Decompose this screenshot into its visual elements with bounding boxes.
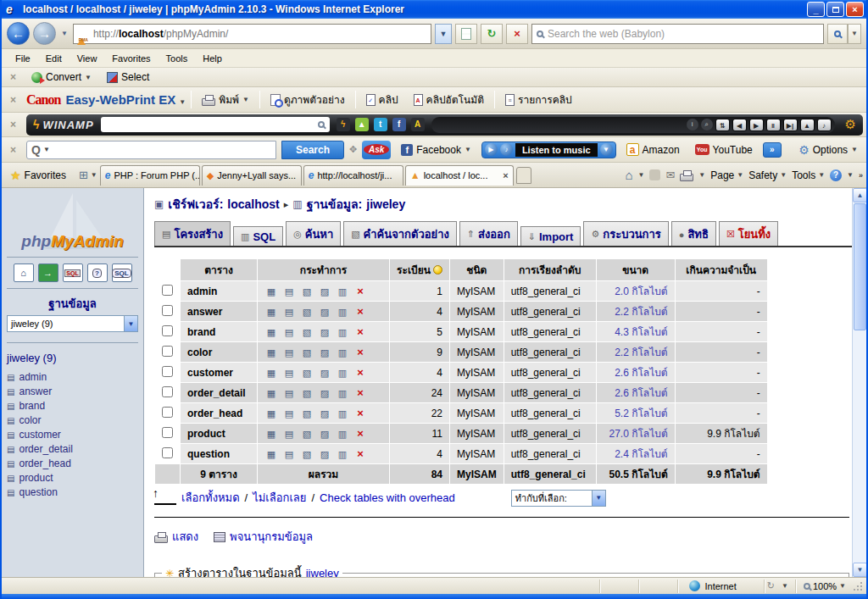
data-dictionary-link[interactable]: พจนานุกรมข้อมูล [214,528,313,546]
compatibility-view-button[interactable] [455,24,477,44]
clip-list-button[interactable]: ≡รายการคลิป [500,90,577,109]
facebook-icon[interactable]: f [392,118,406,131]
winamp-logo[interactable]: ϟ WINAMP [33,118,94,131]
favorites-button[interactable]: ★Favorites [5,167,76,184]
col-overhead[interactable]: เกินความจำเป็น [676,259,767,280]
browse-icon[interactable]: ▦ [264,347,278,358]
col-collation[interactable]: การเรียงลำดับ [504,259,596,280]
search-icon[interactable]: ▧ [300,347,314,358]
sidebar-table-link[interactable]: answer [19,385,52,397]
structure-icon[interactable]: ▤ [282,327,296,338]
print-view-link[interactable]: แสดง [154,528,198,546]
row-checkbox[interactable] [162,285,173,296]
gear-icon[interactable]: ⚙ [845,117,856,132]
url-text[interactable]: http://localhost/phpMyAdmin/ [93,28,228,40]
phpmyadmin-logo[interactable]: phpMyAdmin [7,232,138,251]
insert-icon[interactable]: ▨ [318,347,331,358]
updown-button[interactable]: ⇅ [715,119,730,131]
with-selected-select[interactable]: ทำกับที่เลือก: ▼ [511,490,606,507]
volume-icon[interactable]: ♪ [500,143,513,156]
col-type[interactable]: ชนิด [450,259,504,280]
restore-button[interactable] [826,2,844,17]
col-table[interactable]: ตาราง [181,259,257,280]
printer-icon[interactable] [680,174,693,181]
help-icon[interactable]: ? [830,169,842,181]
winamp-icon[interactable]: ϟ [337,118,350,131]
listen-to-music-button[interactable]: Listen to music [515,143,598,157]
sidebar-table-item[interactable]: ▤answer [7,385,138,397]
toolbar-close-button[interactable]: × [5,94,21,106]
browse-icon[interactable]: ▦ [264,449,278,460]
search-options-dropdown[interactable]: ▼ [848,24,861,44]
android-icon[interactable]: ▲ [355,118,369,131]
table-name[interactable]: order_head [181,403,257,423]
ask-logo-button[interactable]: Ask [362,141,391,159]
menu-favorites[interactable]: Favorites [105,51,157,66]
drop-icon[interactable]: × [353,386,367,399]
col-records[interactable]: ระเบียน [390,259,449,280]
tab-SQL[interactable]: ▥SQL [233,226,283,246]
table-name[interactable]: customer [181,363,257,382]
zoom-control[interactable]: 100% ▼ [804,581,846,591]
insert-icon[interactable]: ▨ [318,408,331,419]
protected-mode-icon[interactable]: ↻ [767,580,775,591]
check-all-link[interactable]: เลือกทั้งหมด [181,489,240,507]
structure-icon[interactable]: ▤ [282,388,296,399]
home-dropdown[interactable]: ▼ [637,171,644,179]
search-icon[interactable]: ▧ [300,368,314,379]
sidebar-table-item[interactable]: ▤customer [7,429,138,441]
select-button[interactable]: Select [102,69,154,85]
row-checkbox[interactable] [162,447,173,458]
breadcrumb-server-link[interactable]: localhost [227,197,279,211]
row-checkbox[interactable] [162,325,173,336]
browser-tab[interactable]: ▲localhost / loc...× [405,165,514,186]
search-icon[interactable]: ⌕ [701,119,713,130]
browse-icon[interactable]: ▦ [264,307,278,318]
ask-search-input[interactable] [53,145,271,155]
close-tab-icon[interactable]: × [503,170,508,180]
chevron-down-icon[interactable]: ▼ [600,143,613,156]
structure-icon[interactable]: ▤ [282,307,296,318]
insert-icon[interactable]: ▨ [318,286,331,297]
sidebar-table-item[interactable]: ▤order_head [7,458,138,469]
auto-clip-button[interactable]: Aคลิปอัตโนมัติ [409,90,489,109]
empty-icon[interactable]: ▥ [336,307,349,318]
address-bar[interactable]: PMA http://localhost/phpMyAdmin/ [73,24,431,44]
home-icon[interactable]: ⌂ [625,168,632,182]
row-checkbox[interactable] [162,305,173,316]
page-menu[interactable]: Page▼ [710,169,743,181]
refresh-button[interactable]: ↻ [481,24,503,44]
tab-สิทธิ[interactable]: ●สิทธิ [671,221,716,246]
print-preview-button[interactable]: ดูภาพตัวอย่าง [265,90,350,109]
toolbar-close-button[interactable]: × [5,119,21,130]
browse-icon[interactable]: ▦ [264,286,278,297]
sidebar-table-link[interactable]: color [19,414,41,426]
logout-button[interactable]: → [38,263,58,282]
sidebar-table-item[interactable]: ▤product [7,472,138,484]
winamp-search-input[interactable] [101,119,318,130]
tools-menu[interactable]: Tools▼ [792,169,825,181]
structure-icon[interactable]: ▤ [282,429,296,440]
table-name[interactable]: order_detail [181,383,257,402]
tab-คำค้นจากตัวอย่าง[interactable]: ▧คำค้นจากตัวอย่าง [343,221,457,246]
twitter-icon[interactable]: t [374,118,387,131]
scroll-up-button[interactable]: ▲ [853,188,866,202]
facebook-button[interactable]: fFacebook▼ [396,142,476,158]
empty-icon[interactable]: ▥ [336,408,349,419]
search-icon[interactable]: ▧ [300,286,314,297]
browser-tab[interactable]: ◆Jenny+Lyall says... [202,165,302,186]
sql-window-button[interactable]: SQL [63,263,83,282]
drop-icon[interactable]: × [353,325,367,338]
tab-Import[interactable]: ⇓Import [520,226,581,246]
web-search-input[interactable] [548,28,819,40]
quick-tabs-icon[interactable]: ⊞ [79,169,88,181]
table-name[interactable]: product [181,424,257,443]
create-table-db-link[interactable]: jiweley [306,567,339,577]
stop-button[interactable]: × [506,24,528,44]
back-button[interactable]: ← [7,22,30,45]
browse-icon[interactable]: ▦ [264,327,278,338]
play-button[interactable]: ▶ [749,119,764,131]
empty-icon[interactable]: ▥ [336,429,349,440]
database-select[interactable]: jiweley (9) ▼ [7,315,138,332]
empty-icon[interactable]: ▥ [336,286,349,297]
